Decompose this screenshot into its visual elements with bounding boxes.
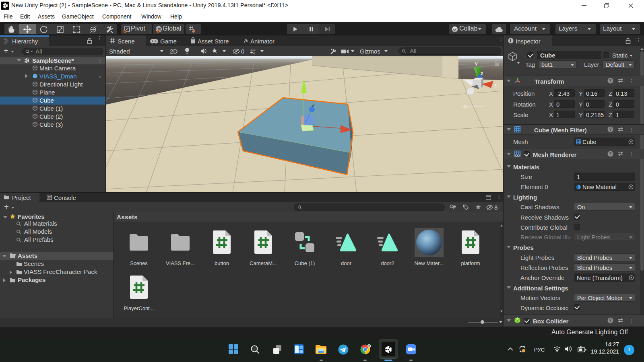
svg-text:y: y [475,60,478,66]
svg-text:?: ? [609,318,612,323]
svg-text:?: ? [609,152,612,156]
svg-text:?: ? [609,78,612,83]
svg-text:x: x [494,82,497,88]
svg-text:?: ? [609,127,612,132]
